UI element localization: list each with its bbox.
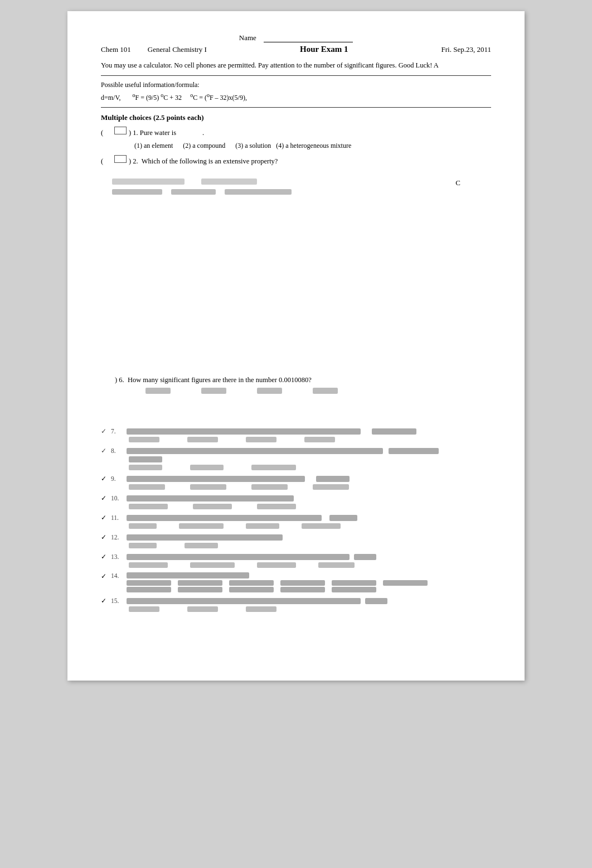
question-6-row: ) 6. How many significant figures are th… [101, 376, 491, 384]
lower-questions-section: ✓ 7. ✓ 8. [101, 427, 491, 612]
exam-date: Fri. Sep.23, 2011 [441, 45, 491, 54]
q7-options [129, 437, 491, 442]
q9-text-blur2 [316, 476, 350, 482]
q14-check: ✓ [101, 572, 111, 580]
blurred-row-3a [112, 179, 491, 185]
q14-ml6 [383, 580, 428, 586]
q15-text-blur [127, 598, 361, 604]
q9-num: 9. [111, 475, 127, 482]
q15-opt-2 [187, 606, 218, 612]
q7-num: 7. [111, 428, 127, 435]
question-2-row: ( ) 2. Which of the following is an exte… [101, 155, 491, 168]
q12-check: ✓ [101, 533, 111, 541]
q9-opt-2 [190, 484, 226, 490]
q14-ml3 [229, 580, 274, 586]
q11-text-blur2 [329, 515, 357, 521]
blurred-row-3b [112, 189, 491, 195]
q6-ans-4 [313, 388, 338, 394]
q15-check: ✓ [101, 597, 111, 605]
q11-check: ✓ [101, 514, 111, 522]
divider-2 [101, 107, 491, 108]
q14-multiline [127, 580, 428, 586]
blurred-chunk [201, 179, 257, 185]
q13-options [129, 562, 491, 568]
q14-ml2-2 [178, 587, 222, 592]
q15-options [129, 606, 491, 612]
q8-text-blur2 [389, 448, 439, 454]
q10-text-blur [127, 495, 294, 501]
question-10-block: ✓ 10. [101, 494, 491, 509]
q12-opt-1 [129, 543, 157, 548]
question-11-block: ✓ 11. [101, 514, 491, 529]
question-6-block: ) 6. How many significant figures are th… [101, 376, 491, 394]
q2-text: ) 2. Which of the following is an extens… [129, 155, 278, 168]
name-line: Name [101, 33, 491, 42]
divider-1 [101, 75, 491, 76]
info-formulas: d=m/V, oF = (9/5) oC + 32 oC = (oF – 32)… [101, 90, 491, 103]
q8-line2 [129, 456, 491, 464]
q9-options [129, 484, 491, 490]
info-section: Possible useful information/formula: d=m… [101, 79, 491, 104]
q11-options [129, 523, 491, 529]
q11-num: 11. [111, 514, 127, 521]
q10-opt-3 [257, 504, 296, 509]
q2-answer-blank [114, 155, 127, 163]
q13-text-blur2 [354, 554, 376, 560]
question-9-block: ✓ 9. [101, 475, 491, 490]
q15-opt-3 [246, 606, 276, 612]
q10-row: ✓ 10. [101, 494, 491, 502]
q11-opt-3 [246, 523, 279, 529]
q14-text-blur1 [127, 572, 249, 578]
c-label: C [455, 179, 460, 187]
q12-row: ✓ 12. [101, 533, 491, 541]
question-1-block: ( ) 1. Pure water is . (1) an element (2… [101, 127, 491, 152]
q11-opt-4 [302, 523, 341, 529]
info-label: Possible useful information/formula: [101, 79, 491, 90]
q14-ml2-4 [280, 587, 325, 592]
q9-opt-1 [129, 484, 165, 490]
q14-ml4 [280, 580, 325, 586]
q6-text: ) 6. How many significant figures are th… [101, 376, 312, 384]
q8-num: 8. [111, 447, 127, 454]
q11-opt-1 [129, 523, 157, 529]
q7-check: ✓ [101, 427, 111, 435]
q13-opt-1 [129, 562, 168, 568]
q13-num: 13. [111, 553, 127, 560]
q10-check: ✓ [101, 494, 111, 502]
question-7-block: ✓ 7. [101, 427, 491, 442]
course-left: Chem 101 General Chemistry I [101, 45, 207, 54]
q12-text-blur [127, 534, 283, 541]
q7-opt-2 [187, 437, 218, 442]
q1-options: (1) an element (2) a compound (3) a solu… [134, 140, 491, 151]
q8-opt-2 [190, 465, 224, 470]
q8-options [129, 465, 491, 470]
q10-num: 10. [111, 495, 127, 501]
q12-options [129, 543, 491, 548]
q13-check: ✓ [101, 553, 111, 561]
q7-opt-1 [129, 437, 159, 442]
name-label: Name [239, 33, 256, 42]
question-15-block: ✓ 15. [101, 597, 491, 612]
exam-page: Name Chem 101 General Chemistry I Hour E… [67, 11, 525, 681]
q12-opt-2 [185, 543, 218, 548]
q12-num: 12. [111, 534, 127, 541]
question-14-block: ✓ 14. [101, 572, 491, 592]
q10-options [129, 504, 491, 509]
q14-ml2 [178, 580, 222, 586]
q15-row: ✓ 15. [101, 597, 491, 605]
q11-row: ✓ 11. [101, 514, 491, 522]
q14-text-container [127, 572, 428, 592]
section-title: Multiple choices (2.5 points each) [101, 113, 491, 122]
q6-ans-3 [257, 388, 282, 394]
q10-opt-2 [193, 504, 232, 509]
course-code: Chem 101 [101, 45, 131, 54]
q15-num: 15. [111, 597, 127, 604]
q14-ml5 [332, 580, 376, 586]
q8-opt-3 [251, 465, 296, 470]
question-13-block: ✓ 13. [101, 553, 491, 568]
q11-text-blur [127, 515, 322, 521]
q14-multiline2 [127, 587, 428, 592]
q10-opt-1 [129, 504, 168, 509]
q13-text-blur [127, 554, 350, 560]
q6-answer-options [145, 388, 491, 394]
